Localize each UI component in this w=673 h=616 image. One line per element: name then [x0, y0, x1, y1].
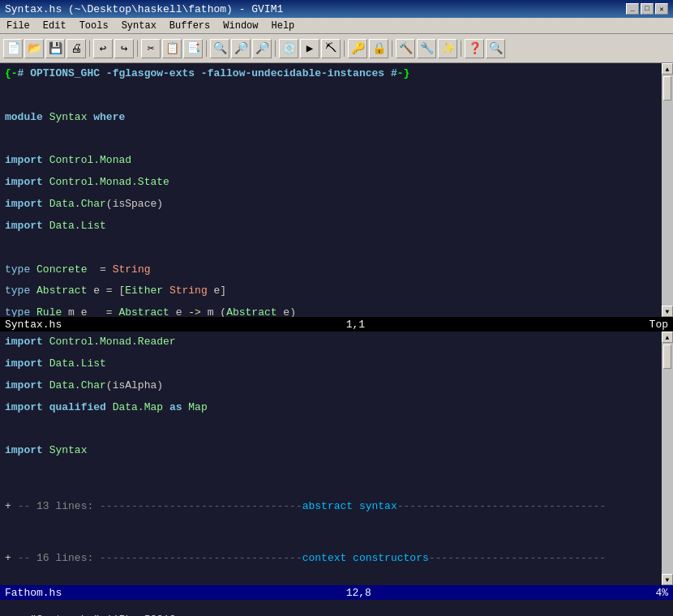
maximize-button[interactable]: □ — [641, 3, 654, 15]
bottom-blank4 — [0, 567, 673, 585]
mid-status-position: 1,1 — [346, 319, 365, 331]
sb-down2[interactable]: ▼ — [662, 574, 673, 585]
title-bar: Syntax.hs (~\Desktop\haskell\fathom) - G… — [0, 0, 673, 18]
bottom-syntax-import: import Syntax — [0, 440, 673, 462]
title-text: Syntax.hs (~\Desktop\haskell\fathom) - G… — [5, 3, 283, 15]
tb-sep3 — [206, 41, 207, 57]
sb-thumb2[interactable] — [663, 344, 671, 369]
menu-tools[interactable]: Tools — [76, 20, 112, 32]
tb-replace2[interactable]: 🔎 — [252, 39, 272, 58]
tb-save[interactable]: 💾 — [45, 39, 65, 58]
window-controls: _ □ ✕ — [626, 3, 668, 15]
mid-status-filename: Syntax.hs — [5, 319, 62, 331]
top-blank2 — [0, 129, 673, 151]
bottom-scrollbar[interactable]: ▲ ▼ — [662, 332, 673, 585]
menu-window[interactable]: Window — [220, 20, 261, 32]
bottom-import2: import Data.List — [0, 353, 673, 375]
tb-magic[interactable]: ✨ — [438, 39, 457, 58]
top-type2: type Abstract e = [Either String e] — [0, 280, 673, 302]
minimize-button[interactable]: _ — [626, 3, 639, 15]
tb-debug[interactable]: ⛏ — [321, 39, 341, 58]
cmd-line: "Syntax.hs" 115L, 5021C ghc — [0, 600, 673, 616]
tb-sep5 — [344, 41, 345, 57]
menu-buffers[interactable]: Buffers — [166, 20, 213, 32]
bottom-import4: import qualified Data.Map as Map — [0, 397, 673, 419]
tb-open[interactable]: 📂 — [24, 39, 44, 58]
sb-up[interactable]: ▲ — [662, 63, 673, 75]
tb-sep4 — [275, 41, 276, 57]
tb-hammer[interactable]: 🔨 — [396, 39, 415, 58]
top-module-blank — [0, 85, 673, 107]
top-import2: import Control.Monad.State — [0, 172, 673, 194]
tb-new[interactable]: 📄 — [3, 39, 23, 58]
editor-container: {-# OPTIONS_GHC -fglasgow-exts -fallow-u… — [0, 63, 673, 616]
tb-sep7 — [461, 41, 461, 57]
tb-cut[interactable]: ✂ — [141, 39, 161, 58]
mid-status-bar: Syntax.hs 1,1 Top — [0, 317, 673, 332]
bottom-blank2 — [0, 462, 673, 484]
bottom-status-filename: Fathom.hs — [5, 587, 62, 599]
top-type1: type Concrete = String — [0, 259, 673, 281]
tb-redo[interactable]: ↪ — [114, 39, 134, 58]
top-type3: type Rule m e = Abstract e -> m (Abstrac… — [0, 302, 673, 317]
tb-run[interactable]: ▶ — [300, 39, 319, 58]
sb-down[interactable]: ▼ — [662, 306, 673, 317]
top-blank3 — [0, 237, 673, 259]
sb-thumb[interactable] — [663, 76, 671, 101]
tb-replace[interactable]: 🔎 — [231, 39, 251, 58]
top-pane[interactable]: {-# OPTIONS_GHC -fglasgow-exts -fallow-u… — [0, 63, 673, 317]
tb-find[interactable]: 🔍 — [210, 39, 229, 58]
bottom-status-scroll: 4% — [655, 587, 668, 599]
bottom-status-bar: Fathom.hs 12,8 4% — [0, 585, 673, 600]
tb-sep6 — [392, 41, 392, 57]
tb-paste[interactable]: 📑 — [183, 39, 203, 58]
menu-edit[interactable]: Edit — [40, 20, 70, 32]
menu-file[interactable]: File — [3, 20, 33, 32]
toolbar: 📄 📂 💾 🖨 ↩ ↪ ✂ 📋 📑 🔍 🔎 🔎 💿 ▶ ⛏ 🔑 🔒 🔨 🔧 ✨ … — [0, 34, 673, 63]
close-button[interactable]: ✕ — [655, 3, 668, 15]
bottom-blank1 — [0, 418, 673, 440]
fold-abstract-syntax[interactable]: + -- 13 lines: -------------------------… — [0, 484, 673, 515]
top-import4: import Data.List — [0, 216, 673, 237]
top-import3: import Data.Char(isSpace) — [0, 194, 673, 216]
tb-help[interactable]: ❓ — [465, 39, 484, 58]
top-pane-content: {-# OPTIONS_GHC -fglasgow-exts -fallow-u… — [0, 63, 673, 85]
menu-syntax[interactable]: Syntax — [118, 20, 160, 32]
tb-copy[interactable]: 📋 — [162, 39, 182, 58]
sb-up2[interactable]: ▲ — [662, 332, 673, 343]
tb-sep2 — [137, 41, 138, 57]
menu-help[interactable]: Help — [268, 20, 298, 32]
mid-status-scroll: Top — [649, 319, 668, 331]
sb-track[interactable] — [662, 75, 673, 306]
tb-key[interactable]: 🔑 — [348, 39, 367, 58]
top-module-line: module Syntax where — [0, 107, 673, 129]
top-import1: import Control.Monad — [0, 150, 673, 172]
tb-lock[interactable]: 🔒 — [369, 39, 388, 58]
fold-context-constructors[interactable]: + -- 16 lines: -------------------------… — [0, 536, 673, 567]
menu-bar: File Edit Tools Syntax Buffers Window He… — [0, 18, 673, 34]
tb-wrench[interactable]: 🔧 — [417, 39, 436, 58]
tb-undo[interactable]: ↩ — [93, 39, 113, 58]
tb-print[interactable]: 🖨 — [66, 39, 86, 58]
sb-track2[interactable] — [662, 343, 673, 574]
bottom-status-position: 12,8 — [346, 587, 371, 599]
bottom-blank3 — [0, 515, 673, 537]
tb-compile[interactable]: 💿 — [279, 39, 298, 58]
bottom-pane[interactable]: import Control.Monad.Reader import Data.… — [0, 332, 673, 585]
top-scrollbar[interactable]: ▲ ▼ — [662, 63, 673, 317]
bottom-import3: import Data.Char(isAlpha) — [0, 375, 673, 397]
tb-sep1 — [89, 41, 90, 57]
bottom-import1: import Control.Monad.Reader — [0, 332, 673, 353]
tb-search2[interactable]: 🔍 — [486, 39, 505, 58]
